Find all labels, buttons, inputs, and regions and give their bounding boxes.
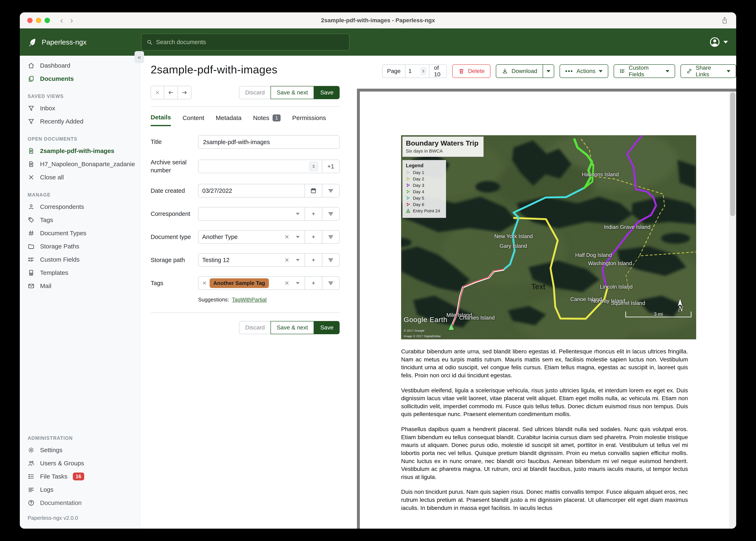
sidebar-item-logs[interactable]: Logs <box>20 483 140 496</box>
sidebar-item-settings[interactable]: Settings <box>20 443 140 457</box>
add-correspondent-button[interactable]: + <box>305 208 322 220</box>
tab-content[interactable]: Content <box>182 114 204 126</box>
page-stepper-icon[interactable] <box>421 67 426 75</box>
sidebar-section-title: OPEN DOCUMENTS <box>28 136 140 142</box>
funnel-icon <box>28 105 35 112</box>
user-menu[interactable] <box>709 36 728 48</box>
sidebar-item-label: Mail <box>40 282 51 289</box>
sidebar-item-document-types[interactable]: Document Types <box>20 227 140 240</box>
remove-tag-icon[interactable]: ✕ <box>202 280 207 286</box>
sidebar-item-correspondents[interactable]: Correspondents <box>20 200 140 214</box>
sidebar-item-h7-napoleon-bonaparte-zadanie[interactable]: H7_Napoleon_Bonaparte_zadanie <box>20 158 140 171</box>
sidebar-item-file-tasks[interactable]: File Tasks16 <box>20 470 140 483</box>
tab-metadata[interactable]: Metadata <box>216 114 241 126</box>
sidebar-item-label: Logs <box>40 486 53 493</box>
save-button[interactable]: Save <box>314 86 340 99</box>
discard-button[interactable]: Discard <box>239 321 271 334</box>
asn-plus-one-button[interactable]: +1 <box>322 160 339 173</box>
sidebar-item-documents[interactable]: Documents <box>20 72 140 85</box>
map-subtitle: Six days in BWCA <box>406 149 478 154</box>
date-filter-icon[interactable] <box>322 184 339 197</box>
window-title: 2sample-pdf-with-images - Paperless-ngx <box>20 17 736 24</box>
map-place-label: Text <box>531 282 545 291</box>
sidebar-item-users-groups[interactable]: Users & Groups <box>20 457 140 470</box>
close-document-button[interactable] <box>151 86 164 99</box>
sidebar-item-label: Close all <box>40 174 64 181</box>
correspondent-filter-icon[interactable] <box>322 208 339 220</box>
document-type-select[interactable]: Another Type ✕ <box>198 231 305 243</box>
sidebar-item-recently-added[interactable]: Recently Added <box>20 115 140 128</box>
sidebar-item-custom-fields[interactable]: Custom Fields <box>20 253 140 266</box>
sidebar-item-close-all[interactable]: Close all <box>20 171 140 184</box>
sidebar-item-2sample-pdf-with-images[interactable]: 2sample-pdf-with-images <box>20 144 140 158</box>
tab-bar: DetailsContentMetadataNotes1Permissions <box>151 114 340 126</box>
browser-forward-icon[interactable]: › <box>70 16 73 25</box>
download-options-caret[interactable] <box>543 64 554 78</box>
next-document-button[interactable] <box>177 86 191 99</box>
sidebar-item-mail[interactable]: Mail <box>20 279 140 292</box>
page-number-input[interactable] <box>408 68 419 74</box>
sidebar-collapse-button[interactable]: « <box>135 51 144 63</box>
tab-notes[interactable]: Notes1 <box>253 114 281 126</box>
share-icon[interactable] <box>721 16 729 25</box>
download-button[interactable]: Download <box>496 64 543 78</box>
actions-button[interactable]: ••• Actions <box>560 64 608 78</box>
add-storage-path-button[interactable]: + <box>305 254 322 267</box>
suggestion-link[interactable]: TagWithPartial <box>232 296 267 303</box>
folder-icon <box>28 243 35 250</box>
sidebar-item-tags[interactable]: Tags <box>20 214 140 227</box>
custom-fields-button[interactable]: Custom Fields <box>614 64 675 78</box>
share-links-button[interactable]: Share Links <box>680 64 736 78</box>
document-type-filter-icon[interactable] <box>322 231 339 243</box>
scrollbar-thumb[interactable] <box>730 92 735 216</box>
preview-scrollbar[interactable] <box>729 92 736 529</box>
tab-permissions[interactable]: Permissions <box>292 114 326 126</box>
save-next-button[interactable]: Save & next <box>271 86 314 99</box>
sidebar-item-documentation[interactable]: Documentation <box>20 496 140 509</box>
sidebar-item-label: 2sample-pdf-with-images <box>40 148 114 155</box>
traffic-light-minimize[interactable] <box>36 18 41 23</box>
map-place-label: Squirrel Island <box>611 300 645 306</box>
browser-back-icon[interactable]: ‹ <box>60 16 63 25</box>
asn-input[interactable] <box>198 160 322 173</box>
tags-select[interactable]: ✕ Another Sample Tag ✕ <box>198 277 305 289</box>
tags-label: Tags <box>151 279 198 287</box>
tags-filter-icon[interactable] <box>322 277 339 289</box>
traffic-light-zoom[interactable] <box>45 18 50 23</box>
clear-icon[interactable]: ✕ <box>285 234 289 241</box>
add-document-type-button[interactable]: + <box>305 231 322 243</box>
chevron-down-icon <box>296 282 300 284</box>
correspondent-select[interactable] <box>198 208 305 220</box>
map-legend: Legend Day 1Day 2Day 3Day 4Day 5Day 6Ent… <box>402 160 446 218</box>
tab-details[interactable]: Details <box>151 114 171 126</box>
add-tag-button[interactable]: + <box>305 277 322 289</box>
number-stepper-icon[interactable] <box>309 162 318 171</box>
traffic-light-close[interactable] <box>27 18 33 23</box>
legend-item: Day 6 <box>406 202 443 207</box>
brand[interactable]: Paperless-ngx <box>28 38 141 47</box>
save-button[interactable]: Save <box>314 321 340 334</box>
search-input[interactable] <box>156 39 345 46</box>
previous-document-button[interactable] <box>164 86 177 99</box>
discard-button[interactable]: Discard <box>239 86 271 99</box>
map-title: Boundary Waters Trip <box>406 139 478 147</box>
title-input[interactable] <box>198 135 340 149</box>
date-created-input[interactable] <box>202 188 301 194</box>
sidebar-item-templates[interactable]: Templates <box>20 266 140 279</box>
clear-icon[interactable]: ✕ <box>285 280 289 286</box>
clear-icon[interactable]: ✕ <box>285 257 289 264</box>
sidebar-item-storage-paths[interactable]: Storage Paths <box>20 240 140 253</box>
chevron-down-icon <box>727 70 730 72</box>
calendar-icon[interactable] <box>305 184 322 197</box>
storage-path-select[interactable]: Testing 12 ✕ <box>198 254 305 267</box>
sidebar-item-inbox[interactable]: Inbox <box>20 102 140 115</box>
sidebar-item-dashboard[interactable]: Dashboard <box>20 59 140 72</box>
sidebar-item-label: Documents <box>40 75 74 82</box>
legend-item: Entry Point 24 <box>406 209 443 214</box>
doc-nav-group <box>151 86 191 99</box>
document-edit-pane: 2sample-pdf-with-images <box>140 56 349 529</box>
delete-button[interactable]: Delete <box>452 64 490 78</box>
save-next-button[interactable]: Save & next <box>271 321 314 334</box>
storage-path-filter-icon[interactable] <box>322 254 339 267</box>
tag-chip[interactable]: Another Sample Tag <box>210 278 269 288</box>
